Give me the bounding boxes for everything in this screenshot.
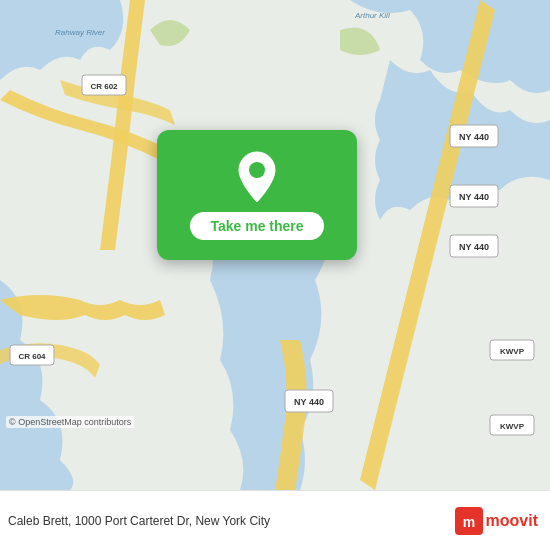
svg-text:NY 440: NY 440 xyxy=(459,132,489,142)
svg-text:KWVP: KWVP xyxy=(500,422,525,431)
svg-text:NY 440: NY 440 xyxy=(459,242,489,252)
svg-text:Rahway River: Rahway River xyxy=(55,28,105,37)
svg-text:NY 440: NY 440 xyxy=(459,192,489,202)
map-container: NY 440 NY 440 NY 440 NY 440 CR 602 CR 60… xyxy=(0,0,550,490)
svg-text:m: m xyxy=(462,514,474,530)
svg-text:CR 604: CR 604 xyxy=(18,352,46,361)
moovit-logo: m moovit xyxy=(455,507,538,535)
moovit-brand-text: moovit xyxy=(486,512,538,530)
osm-credit: © OpenStreetMap contributors xyxy=(6,416,134,428)
bottom-bar: Caleb Brett, 1000 Port Carteret Dr, New … xyxy=(0,490,550,550)
take-me-there-button[interactable]: Take me there xyxy=(190,212,323,240)
svg-text:Arthur Kill: Arthur Kill xyxy=(354,11,390,20)
svg-text:KWVP: KWVP xyxy=(500,347,525,356)
moovit-icon: m xyxy=(455,507,483,535)
address-text: Caleb Brett, 1000 Port Carteret Dr, New … xyxy=(8,514,455,528)
svg-point-19 xyxy=(249,162,265,178)
location-pin-icon xyxy=(235,150,279,204)
svg-text:NY 440: NY 440 xyxy=(294,397,324,407)
card-overlay: Take me there xyxy=(157,130,357,260)
svg-text:CR 602: CR 602 xyxy=(90,82,118,91)
